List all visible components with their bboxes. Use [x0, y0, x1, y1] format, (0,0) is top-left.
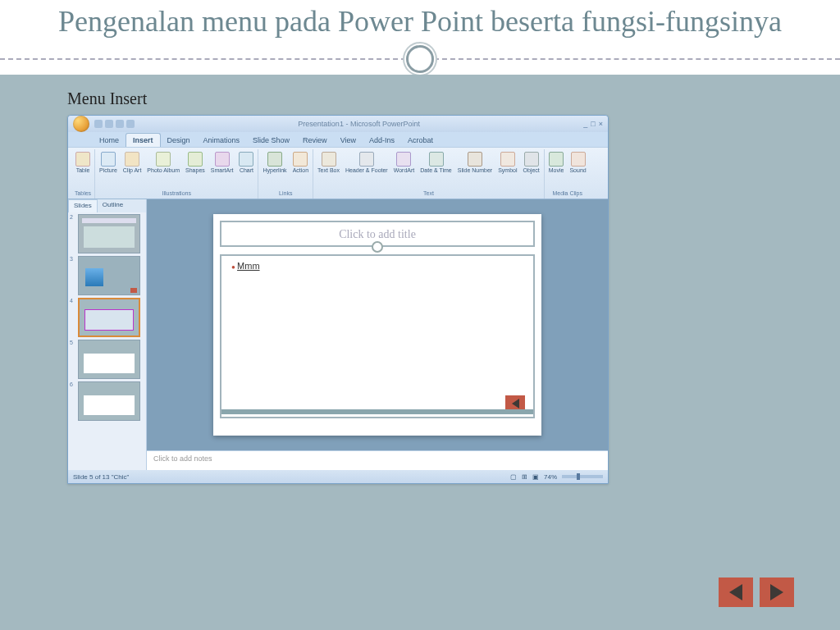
wordart-icon — [396, 152, 411, 167]
status-bar: Slide 5 of 13 "Chic" ▢ ⊞ ▣ 74% — [68, 470, 608, 483]
text-box-icon — [322, 152, 336, 167]
ribbon-btn-sound[interactable]: Sound — [568, 151, 587, 174]
ribbon-btn-chart[interactable]: Chart — [237, 151, 255, 174]
ribbon-tabs: HomeInsertDesignAnimationsSlide ShowRevi… — [68, 132, 608, 147]
slide-thumbnail[interactable]: 6 — [70, 381, 144, 421]
sound-icon — [571, 152, 586, 167]
slide-thumbnail[interactable]: 4 — [70, 298, 144, 337]
pp-window-title: Presentation1 - Microsoft PowerPoint — [135, 120, 583, 128]
status-slide-info: Slide 5 of 13 "Chic" — [73, 473, 129, 481]
circle-ornament-icon — [372, 241, 383, 253]
window-controls[interactable]: _□× — [583, 120, 603, 128]
smartart-icon — [215, 152, 230, 167]
quick-access-toolbar[interactable] — [94, 120, 135, 128]
ribbon-group-text: Text BoxHeader & FooterWordArtDate & Tim… — [313, 149, 545, 199]
ribbon-btn-photo-album[interactable]: Photo Album — [145, 151, 181, 174]
slide-thumbnail-pane: Slides Outline 23456 — [68, 199, 147, 470]
ribbon-group-media-clips: MovieSoundMedia Clips — [545, 149, 591, 199]
section-label: Menu Insert — [67, 89, 797, 108]
ribbon-group-tables: TableTables — [71, 149, 95, 199]
ribbon-btn-shapes[interactable]: Shapes — [184, 151, 207, 174]
ribbon-tab-add-ins[interactable]: Add-Ins — [363, 134, 401, 147]
notes-pane[interactable]: Click to add notes — [147, 450, 608, 470]
table-icon — [75, 152, 90, 167]
ribbon-btn-smartart[interactable]: SmartArt — [209, 151, 235, 174]
pp-titlebar: Presentation1 - Microsoft PowerPoint _□× — [68, 116, 608, 132]
current-slide[interactable]: Click to add title Mmm — [213, 214, 541, 436]
ribbon-btn-table[interactable]: Table — [74, 151, 92, 174]
slide-canvas: Click to add title Mmm Click to add note… — [147, 199, 608, 470]
ribbon-tab-home[interactable]: Home — [93, 134, 126, 147]
ribbon-btn-movie[interactable]: Movie — [547, 151, 566, 174]
ribbon-btn-clip-art[interactable]: Clip Art — [121, 151, 144, 174]
page-title: Pengenalan menu pada Power Point beserta… — [33, 5, 807, 39]
ribbon-btn-wordart[interactable]: WordArt — [392, 151, 417, 174]
slide-body-placeholder[interactable]: Mmm — [220, 254, 535, 418]
ribbon-tab-design[interactable]: Design — [161, 134, 197, 147]
slide-number-icon — [468, 152, 482, 167]
ribbon-btn-action[interactable]: Action — [291, 151, 310, 174]
office-button-icon[interactable] — [73, 116, 89, 132]
header-footer-icon — [359, 152, 374, 167]
title-divider — [0, 42, 840, 75]
zoom-slider[interactable] — [562, 475, 603, 478]
shapes-icon — [188, 152, 203, 167]
ribbon-btn-slide-number[interactable]: Slide Number — [456, 151, 494, 174]
chart-icon — [239, 152, 253, 167]
nav-prev-button[interactable] — [719, 578, 753, 607]
ribbon-group-links: HyperlinkActionLinks — [258, 149, 313, 199]
ribbon-tab-acrobat[interactable]: Acrobat — [401, 134, 440, 147]
ribbon-btn-object[interactable]: Object — [522, 151, 541, 174]
view-slideshow-icon[interactable]: ▣ — [532, 473, 539, 481]
slide-thumbnail[interactable]: 5 — [70, 340, 144, 379]
ribbon-btn-header-footer[interactable]: Header & Footer — [344, 151, 390, 174]
action-icon — [293, 152, 308, 167]
zoom-percent[interactable]: 74% — [544, 473, 557, 481]
slide-thumbnail[interactable]: 3 — [70, 256, 144, 295]
circle-ornament-icon — [406, 45, 434, 73]
view-sorter-icon[interactable]: ⊞ — [522, 473, 527, 481]
object-icon — [524, 152, 539, 167]
ribbon-btn-picture[interactable]: Picture — [98, 151, 119, 174]
thumb-tab-outline[interactable]: Outline — [98, 199, 128, 212]
ribbon-tab-view[interactable]: View — [334, 134, 363, 147]
symbol-icon — [500, 152, 515, 167]
slide-thumbnail[interactable]: 2 — [70, 214, 144, 253]
date-time-icon — [429, 152, 444, 167]
clip-art-icon — [125, 152, 139, 167]
view-normal-icon[interactable]: ▢ — [510, 473, 517, 481]
ribbon-btn-symbol[interactable]: Symbol — [496, 151, 518, 174]
ribbon-btn-text-box[interactable]: Text Box — [316, 151, 341, 174]
hyperlink-icon — [267, 152, 282, 167]
powerpoint-window: Presentation1 - Microsoft PowerPoint _□×… — [67, 115, 609, 484]
movie-icon — [549, 152, 564, 167]
ribbon-btn-hyperlink[interactable]: Hyperlink — [261, 151, 288, 174]
ribbon: TableTablesPictureClip ArtPhoto AlbumSha… — [68, 147, 608, 199]
thumb-tab-slides[interactable]: Slides — [68, 199, 98, 212]
ribbon-tab-slide-show[interactable]: Slide Show — [246, 134, 296, 147]
ribbon-tab-insert[interactable]: Insert — [126, 133, 161, 147]
picture-icon — [101, 152, 116, 167]
ribbon-tab-animations[interactable]: Animations — [197, 134, 247, 147]
nav-next-button[interactable] — [760, 578, 794, 607]
photo-album-icon — [156, 152, 171, 167]
ribbon-group-illustrations: PictureClip ArtPhoto AlbumShapesSmartArt… — [95, 149, 258, 199]
ribbon-btn-date-time[interactable]: Date & Time — [418, 151, 454, 174]
ribbon-tab-review[interactable]: Review — [296, 134, 334, 147]
